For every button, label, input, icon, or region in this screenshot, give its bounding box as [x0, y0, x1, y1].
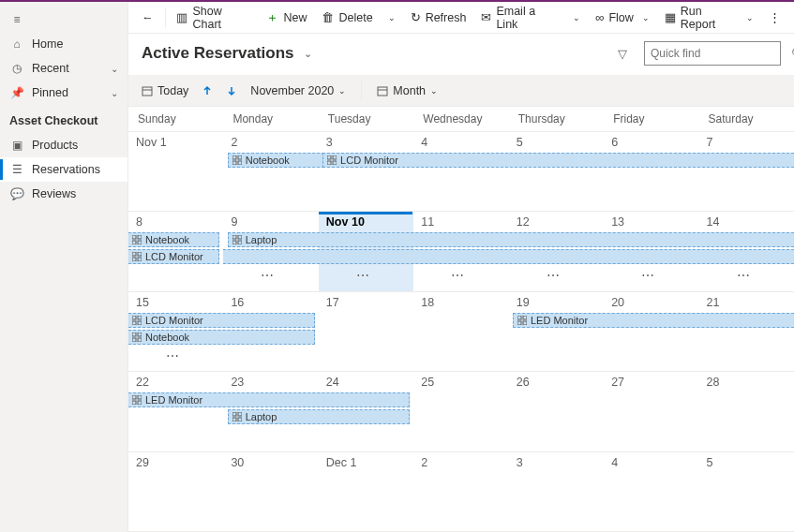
day-number[interactable]: 13 [611, 215, 624, 229]
month-picker[interactable]: November 2020⌄ [250, 84, 346, 97]
reservation-event[interactable] [223, 249, 794, 264]
reservation-event[interactable]: LCD Monitor [128, 313, 315, 328]
run-report-button[interactable]: ▦Run Report⌄ [659, 1, 759, 35]
day-number[interactable]: 5 [707, 456, 713, 469]
day-number[interactable]: 25 [421, 376, 434, 389]
today-button[interactable]: Today [142, 84, 188, 97]
view-picker[interactable]: Month⌄ [377, 84, 438, 97]
more-events[interactable]: ⋯ [699, 268, 794, 283]
day-number[interactable]: 21 [707, 296, 720, 309]
day-number[interactable]: 7 [707, 136, 713, 149]
calendar-day[interactable]: 4 [604, 452, 698, 531]
sidebar-item-reservations[interactable]: ☰Reservations [0, 157, 127, 182]
chat-icon: 💬 [9, 187, 24, 200]
filter-icon[interactable]: ▽ [618, 47, 627, 61]
calendar-day[interactable]: 3 [319, 132, 413, 211]
next-arrow-icon[interactable] [226, 85, 237, 96]
reservation-event[interactable]: LCD Monitor [322, 153, 794, 168]
calendar-day[interactable]: 7 [699, 132, 794, 211]
calendar-day[interactable]: 6 [604, 132, 698, 211]
day-number[interactable]: 18 [421, 296, 434, 309]
more-events[interactable]: ⋯ [128, 348, 223, 363]
day-number[interactable]: 14 [707, 215, 720, 229]
refresh-button[interactable]: ↻Refresh [405, 7, 472, 28]
show-chart-button[interactable]: ▥Show Chart [171, 1, 257, 35]
nav-home[interactable]: ⌂Home [0, 32, 127, 56]
sidebar-item-products[interactable]: ▣Products [0, 133, 127, 157]
reservation-event[interactable]: LED Monitor [513, 313, 794, 328]
more-events[interactable]: ⋯ [413, 268, 508, 283]
nav-recent[interactable]: ◷Recent⌄ [0, 56, 127, 81]
back-button[interactable]: ← [136, 7, 159, 28]
calendar-day[interactable]: 5 [699, 452, 794, 531]
day-number[interactable]: 17 [326, 296, 339, 309]
calendar-day[interactable]: 27 [604, 372, 698, 451]
more-events[interactable]: ⋯ [509, 268, 604, 283]
reservation-event[interactable]: Notebook [128, 232, 219, 247]
day-number[interactable]: 3 [326, 136, 333, 149]
day-number[interactable]: Dec 1 [326, 456, 357, 469]
day-number[interactable]: 4 [611, 456, 618, 469]
day-number[interactable]: 8 [136, 215, 142, 229]
calendar-day[interactable]: 25 [413, 372, 508, 451]
email-chevron[interactable]: ⌄ [567, 9, 586, 26]
reservation-event[interactable]: Notebook [128, 330, 315, 345]
new-button[interactable]: ＋New [261, 6, 312, 30]
calendar-day[interactable]: 28 [699, 372, 794, 451]
nav-pinned[interactable]: 📌Pinned⌄ [0, 81, 127, 105]
day-number[interactable]: 29 [136, 456, 149, 469]
flow-button[interactable]: ∞Flow⌄ [590, 7, 655, 28]
calendar-day[interactable]: Nov 1 [128, 132, 223, 211]
email-link-button[interactable]: ✉Email a Link [475, 1, 563, 35]
view-title[interactable]: Active Reservations [142, 44, 294, 63]
day-number[interactable]: 27 [611, 376, 624, 389]
day-number[interactable]: 5 [517, 136, 523, 149]
day-number[interactable]: 19 [517, 296, 530, 309]
day-number[interactable]: 2 [421, 456, 427, 469]
calendar-day[interactable]: Dec 1 [319, 452, 413, 531]
day-number[interactable]: 11 [421, 215, 434, 229]
reservation-event[interactable]: LCD Monitor [128, 249, 219, 264]
reservation-event[interactable]: Laptop [228, 409, 410, 424]
day-number[interactable]: 3 [517, 456, 523, 469]
day-number[interactable]: 24 [326, 376, 339, 389]
more-events[interactable]: ⋯ [319, 268, 413, 283]
day-number[interactable]: 22 [136, 376, 149, 389]
calendar-day[interactable]: 29 [128, 452, 223, 531]
reservation-event[interactable]: Laptop [228, 232, 794, 247]
more-events[interactable]: ⋯ [223, 268, 318, 283]
day-number[interactable]: 2 [231, 136, 237, 149]
day-number[interactable]: Nov 10 [326, 215, 365, 229]
calendar-day[interactable]: 2 [223, 132, 318, 211]
day-number[interactable]: 15 [136, 296, 149, 309]
day-number[interactable]: 6 [611, 136, 618, 149]
day-number[interactable]: 16 [231, 296, 244, 309]
chevron-down-icon[interactable]: ⌄ [304, 48, 312, 60]
calendar-day[interactable]: 30 [223, 452, 318, 531]
more-events[interactable]: ⋯ [604, 268, 698, 283]
day-number[interactable]: 23 [231, 376, 244, 389]
calendar-day[interactable]: 2 [413, 452, 508, 531]
day-number[interactable]: 26 [517, 376, 530, 389]
day-number[interactable]: 28 [707, 376, 720, 389]
day-number[interactable]: 12 [517, 215, 530, 229]
day-number[interactable]: 9 [231, 215, 237, 229]
calendar-day[interactable]: 4 [413, 132, 508, 211]
delete-button[interactable]: 🗑Delete [316, 7, 378, 28]
delete-chevron[interactable]: ⌄ [382, 9, 401, 26]
overflow-button[interactable]: ⋮ [763, 7, 787, 28]
calendar-day[interactable]: 26 [509, 372, 604, 451]
search-box[interactable]: 🔍 [644, 41, 781, 66]
calendar-day[interactable]: 5 [509, 132, 604, 211]
calendar-day[interactable]: 22 [128, 372, 223, 451]
day-number[interactable]: 30 [231, 456, 244, 469]
sidebar-item-reviews[interactable]: 💬Reviews [0, 182, 127, 206]
nav-hamburger[interactable]: ≡ [0, 7, 127, 32]
search-input[interactable] [651, 47, 791, 60]
calendar-day[interactable]: 3 [509, 452, 604, 531]
day-number[interactable]: Nov 1 [136, 136, 167, 149]
day-number[interactable]: 20 [611, 296, 624, 309]
prev-arrow-icon[interactable] [202, 85, 213, 96]
reservation-event[interactable]: LED Monitor [128, 392, 410, 407]
day-number[interactable]: 4 [421, 136, 427, 149]
